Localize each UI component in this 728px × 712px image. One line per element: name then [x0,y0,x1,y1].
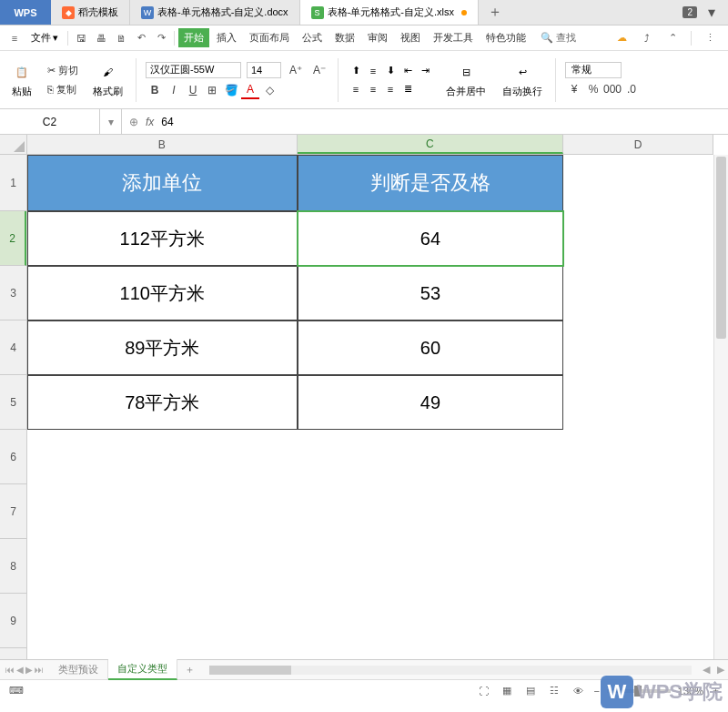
cell-D5[interactable] [563,375,713,430]
cell-B2[interactable]: 112平方米 [27,211,298,266]
page-break-icon[interactable]: ☷ [546,684,562,698]
fill-color-button[interactable]: 🪣 [222,81,240,99]
cell-C7[interactable] [298,484,564,539]
more-icon[interactable]: ⋮ [701,29,719,47]
row-header-5[interactable]: 5 [0,375,26,430]
decrease-font-icon[interactable]: A⁻ [310,61,329,79]
horizontal-scrollbar[interactable] [209,666,692,675]
zoom-out-icon[interactable]: − [593,686,599,697]
hamburger-icon[interactable]: ≡ [5,29,24,47]
row-header-9[interactable]: 9 [0,594,26,648]
number-format-select[interactable] [565,62,622,78]
menu-tab-page-layout[interactable]: 页面布局 [244,28,295,47]
sheet-tab-preset[interactable]: 类型预设 [49,660,108,679]
cell-C4[interactable]: 60 [298,320,564,375]
row-header-4[interactable]: 4 [0,320,26,375]
redo-icon[interactable]: ↷ [152,29,170,47]
sheet-first-icon[interactable]: ⏮ [5,665,15,675]
page-layout-icon[interactable]: ▤ [522,684,539,698]
search-button[interactable]: 🔍查找 [533,31,583,45]
print-quick-icon[interactable]: 🖶 [92,29,110,47]
font-color-button[interactable]: A [241,81,259,99]
tab-templates[interactable]: ◆ 稻壳模板 [51,0,130,25]
vertical-scrollbar[interactable] [713,155,728,659]
select-all-corner[interactable] [0,135,27,155]
font-name-select[interactable] [146,62,241,78]
add-sheet-button[interactable]: ＋ [177,663,202,676]
auto-wrap-button[interactable]: ↩ 自动换行 [499,59,546,100]
cell-D9[interactable] [563,594,713,648]
menu-tab-special[interactable]: 特色功能 [480,28,531,47]
cell-B8[interactable] [27,539,298,594]
zoom-thumb[interactable] [634,686,642,697]
cell-B6[interactable] [27,430,298,484]
sheet-next-icon[interactable]: ▶ [25,665,33,675]
bold-button[interactable]: B [146,81,164,99]
tab-doc[interactable]: W 表格-单元格格式-自定义.docx [130,0,300,25]
menu-tab-view[interactable]: 视图 [395,28,426,47]
copy-button[interactable]: ⎘复制 [46,81,80,98]
sheet-scroll-right-icon[interactable]: ▶ [713,664,728,676]
menu-tab-start[interactable]: 开始 [178,28,209,47]
align-right-icon[interactable]: ≡ [382,81,399,97]
paste-button[interactable]: 📋 粘贴 [7,59,36,100]
cell-C8[interactable] [298,539,564,594]
format-painter-button[interactable]: 🖌 格式刷 [89,59,126,100]
cell-D6[interactable] [563,430,713,484]
cell-B1[interactable]: 添加单位 [27,155,298,211]
menu-tab-dev-tools[interactable]: 开发工具 [428,28,479,47]
new-tab-button[interactable]: ＋ [479,0,511,25]
cell-D7[interactable] [563,484,713,539]
sheet-tab-custom[interactable]: 自定义类型 [108,659,177,680]
cell-B4[interactable]: 89平方米 [27,320,298,375]
decrease-decimal-icon[interactable]: .0 [622,80,641,98]
align-bottom-icon[interactable]: ⬇ [382,63,399,79]
name-box-dropdown[interactable]: ▾ [100,109,122,134]
comma-icon[interactable]: 000 [603,80,622,98]
increase-font-icon[interactable]: A⁺ [287,61,305,79]
cell-B9[interactable] [27,594,298,648]
row-header-6[interactable]: 6 [0,430,26,484]
column-header-B[interactable]: B [27,135,298,154]
row-header-7[interactable]: 7 [0,484,26,539]
cell-C3[interactable]: 53 [298,266,564,320]
percent-icon[interactable]: % [584,80,602,98]
name-box[interactable]: C2 [0,109,100,134]
merge-center-button[interactable]: ⊟ 合并居中 [442,59,490,100]
border-button[interactable]: ⊞ [203,81,221,99]
menu-tab-formula[interactable]: 公式 [297,28,328,47]
zoom-level[interactable]: 130% [678,686,703,697]
cell-C2[interactable]: 64 [298,211,564,266]
cell-D8[interactable] [563,539,713,594]
cell-C1[interactable]: 判断是否及格 [298,155,564,211]
cut-button[interactable]: ✂剪切 [46,62,80,79]
align-left-icon[interactable]: ≡ [348,81,364,97]
tab-xlsx[interactable]: S 表格-单元格格式-自定义.xlsx [300,0,479,25]
sheet-last-icon[interactable]: ⏭ [35,665,44,675]
align-middle-icon[interactable]: ≡ [365,63,381,79]
cell-C5[interactable]: 49 [298,375,564,430]
row-header-3[interactable]: 3 [0,266,26,320]
sheet-prev-icon[interactable]: ◀ [16,665,24,675]
sheet-scroll-left-icon[interactable]: ◀ [699,664,713,676]
row-header-8[interactable]: 8 [0,539,26,594]
currency-icon[interactable]: ¥ [565,80,583,98]
cell-B7[interactable] [27,484,298,539]
chevron-down-icon[interactable]: ▾ [703,4,721,22]
column-header-D[interactable]: D [563,135,713,154]
cell-C6[interactable] [298,430,564,484]
fullscreen-icon[interactable]: ⛶ [475,684,491,698]
scrollbar-thumb[interactable] [716,157,726,339]
font-size-select[interactable] [247,62,281,78]
cell-B3[interactable]: 110平方米 [27,266,298,320]
highlight-button[interactable]: ◇ [260,81,278,99]
zoom-in-icon[interactable]: ＋ [711,684,721,697]
cells-area[interactable]: 添加单位判断是否及格112平方米64110平方米5389平方米6078平方米49 [27,155,713,659]
reading-view-icon[interactable]: 👁 [570,684,586,698]
align-center-icon[interactable]: ≡ [365,81,381,97]
scrollbar-thumb[interactable] [209,666,291,675]
cell-C9[interactable] [298,594,564,648]
align-top-icon[interactable]: ⬆ [348,63,364,79]
formula-input[interactable] [161,116,721,128]
input-mode-icon[interactable]: ⌨ [7,682,25,700]
